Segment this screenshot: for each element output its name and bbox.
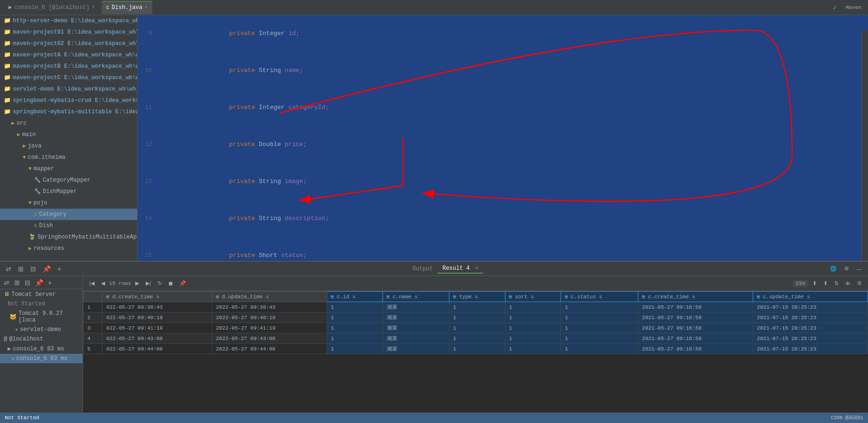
th-d-create-time[interactable]: ⊞ d.create_time ⇅ (103, 292, 212, 302)
table-row[interactable]: 4 022-05-27 09:43:08 2022-05-27 09:43:08… (84, 333, 868, 344)
code-container[interactable]: 9 private Integer id; 10 private String … (138, 15, 868, 261)
sidebar-item-servlet[interactable]: 📁 servlet-demo E:\idea_workspace_wh\wh_h… (0, 83, 137, 95)
folder-icon: ▼ (28, 164, 32, 174)
sidebar-label: com.itheima (28, 153, 65, 162)
db-next-btn[interactable]: ▶ (133, 279, 141, 287)
server-panel-btn3[interactable]: ⊟ (23, 278, 32, 287)
db-config-btn[interactable]: ⚙ (855, 279, 864, 287)
tab-result4-close[interactable]: × (475, 265, 478, 272)
sidebar-item-category[interactable]: C Category (0, 209, 137, 220)
bottom-panel-sync-btn[interactable]: ⇄ (4, 264, 13, 274)
cell-c-name: 湘菜 (383, 344, 449, 354)
sidebar-item-resources[interactable]: ▶ resources (0, 243, 137, 254)
console-icon: ▶ (9, 4, 12, 11)
th-c-id[interactable]: ⊞ c.id ⇅ (327, 292, 383, 302)
server-localhost[interactable]: @ @localhost (0, 334, 83, 344)
code-line-13: 13 private String image; (138, 163, 868, 200)
tab-dish-close[interactable]: × (145, 5, 148, 10)
th-sort[interactable]: ⊞ sort ⇅ (505, 292, 561, 302)
cell-c-status: 1 (561, 323, 638, 333)
cell-c-create: 2021-05-27 09:16:58 (638, 313, 753, 323)
db-download-btn[interactable]: ⬇ (810, 279, 819, 287)
server-panel-btn2[interactable]: ⊞ (12, 278, 22, 287)
sidebar-item-pojo[interactable]: ▼ pojo (0, 197, 137, 209)
cell-id: 1 (84, 302, 103, 313)
db-stop-btn[interactable]: ◼ (166, 279, 175, 287)
sidebar-item-maven02[interactable]: 📁 maven-project02 E:\idea_workspace_wh\w… (0, 38, 137, 49)
table-row[interactable]: 3 022-05-27 09:41:19 2022-05-27 09:41:19… (84, 323, 868, 333)
bottom-panel-group-btn[interactable]: ⊞ (16, 264, 26, 274)
db-last-btn[interactable]: ▶| (143, 279, 153, 287)
db-upload-btn[interactable]: ⬆ (821, 279, 830, 287)
folder-icon: ▶ (28, 244, 32, 253)
db-settings-btn[interactable]: ⚙ (842, 265, 851, 273)
th-c-create-time[interactable]: ⊞ c.create_time ⇅ (638, 292, 753, 302)
sidebar-item-http-server-demo[interactable]: 📁 http-server-demo E:\idea_workspace_wh\… (0, 15, 137, 27)
th-type[interactable]: ⊞ type ⇅ (449, 292, 505, 302)
table-row[interactable]: 1 022-05-27 09:38:43 2022-05-27 09:38:43… (84, 302, 868, 313)
cell-c-create: 2021-05-27 09:16:58 (638, 302, 753, 313)
tab-dish[interactable]: C Dish.java × (102, 1, 152, 14)
cell-c-name: 湘菜 (383, 323, 449, 333)
th-c-status[interactable]: ⊞ c.status ⇅ (561, 292, 638, 302)
server-console-1[interactable]: ▶ console_6 83 ms (0, 344, 83, 354)
sidebar-item-src[interactable]: ▶ src (0, 118, 137, 129)
sidebar-item-category-mapper[interactable]: 🔧 CategoryMapper (0, 175, 137, 186)
cell-id: 3 (84, 323, 103, 333)
tab-output[interactable]: Output (408, 265, 438, 273)
table-row[interactable]: 2 022-05-27 09:40:19 2022-05-27 09:40:19… (84, 313, 868, 323)
sidebar-item-mavenC[interactable]: 📁 maven-projectC E:\idea_workspace_wh\wh… (0, 72, 137, 83)
sidebar-item-java[interactable]: ▶ java (0, 140, 137, 152)
db-view-btn[interactable]: 👁 (843, 280, 853, 287)
server-panel-btn4[interactable]: 📌 (33, 278, 45, 287)
sidebar-item-springboot-multi[interactable]: 📁 springboot-mybatis-multitable E:\idea_… (0, 106, 137, 118)
project-icon: 📁 (4, 62, 11, 71)
tab-console-label: console_6 [@localhost] (14, 4, 89, 11)
sidebar-item-springboot-crud[interactable]: 📁 springboot-mybatis-crud E:\idea_worksp… (0, 95, 137, 106)
table-row[interactable]: 5 022-05-27 09:44:08 2022-05-27 09:44:08… (84, 344, 868, 354)
db-rows-label: 15 rows (109, 281, 131, 286)
db-refresh-btn[interactable]: ↻ (155, 279, 164, 287)
sidebar-item-mapper[interactable]: ▼ mapper (0, 163, 137, 175)
bottom-panel-add-btn[interactable]: + (56, 264, 63, 274)
code-line-15: 15 private Short status; (138, 237, 868, 261)
tab-console[interactable]: ▶ console_6 [@localhost] × (4, 1, 100, 14)
maven-panel-button[interactable]: Maven (843, 4, 864, 11)
bottom-panel-pin-btn[interactable]: 📌 (41, 264, 53, 274)
db-pin-btn[interactable]: 📌 (177, 279, 188, 287)
th-d-update-time[interactable]: ⊞ d.update_time ⇅ (212, 292, 327, 302)
main-content: 📁 http-server-demo E:\idea_workspace_wh\… (0, 15, 868, 261)
bottom-panel-filter-btn[interactable]: ⊟ (28, 264, 38, 274)
sidebar-item-maven01[interactable]: 📁 maven-project01 E:\idea_workspace_wh\w… (0, 27, 137, 38)
right-scrollbar[interactable] (861, 30, 868, 261)
db-prev-btn[interactable]: ◀ (99, 279, 107, 287)
sidebar-item-mavenB[interactable]: 📁 maven-projectB E:\idea_workspace_wh\wh… (0, 61, 137, 72)
sidebar-item-mavenA[interactable]: 📁 maven-projectA E:\idea_workspace_wh\wh… (0, 49, 137, 61)
db-minimize-btn[interactable]: — (854, 265, 864, 273)
tab-bar: ▶ console_6 [@localhost] × C Dish.java ×… (0, 0, 868, 15)
sidebar-item-com-itheima[interactable]: ▼ com.itheima (0, 152, 137, 163)
server-panel-add[interactable]: + (46, 278, 54, 287)
sidebar-label: maven-project01 E:\idea_workspace_wh\wh_… (13, 28, 137, 37)
tab-result4[interactable]: Result 4 × (438, 264, 483, 274)
cell-c-id: 1 (327, 323, 383, 333)
cell-sort: 1 (505, 302, 561, 313)
th-c-update-time[interactable]: ⊞ c.update_time ⇅ (753, 292, 868, 302)
th-c-name[interactable]: ⊞ c.name ⇅ (383, 292, 449, 302)
sidebar-item-main[interactable]: ▶ main (0, 129, 137, 140)
server-panel-btn1[interactable]: ⇄ (2, 278, 11, 287)
db-first-btn[interactable]: |◀ (87, 279, 97, 287)
server-console-2[interactable]: ↳ console_6 83 ms (0, 354, 83, 363)
server-servlet-demo[interactable]: ● servlet-demo (0, 325, 83, 334)
sidebar-item-springboot-app[interactable]: 🍃 SpringbootMybatisMultitableAp (0, 231, 137, 243)
sidebar-item-dish[interactable]: C Dish (0, 220, 137, 231)
tab-console-close[interactable]: × (92, 5, 95, 10)
cell-c-id: 1 (327, 333, 383, 344)
server-tomcat-instance[interactable]: 🐱 Tomcat 9.0.27 [loca (0, 309, 83, 325)
db-table-container[interactable]: ⊞ d.create_time ⇅ ⊞ d.update_time ⇅ ⊞ c.… (83, 291, 868, 413)
project-icon: 📁 (4, 84, 11, 94)
sidebar-item-dish-mapper[interactable]: 🔧 DishMapper (0, 186, 137, 197)
db-globe-btn[interactable]: 🌐 (828, 265, 839, 273)
project-icon: 📁 (4, 16, 11, 26)
db-compare-btn[interactable]: ⇅ (832, 279, 841, 287)
